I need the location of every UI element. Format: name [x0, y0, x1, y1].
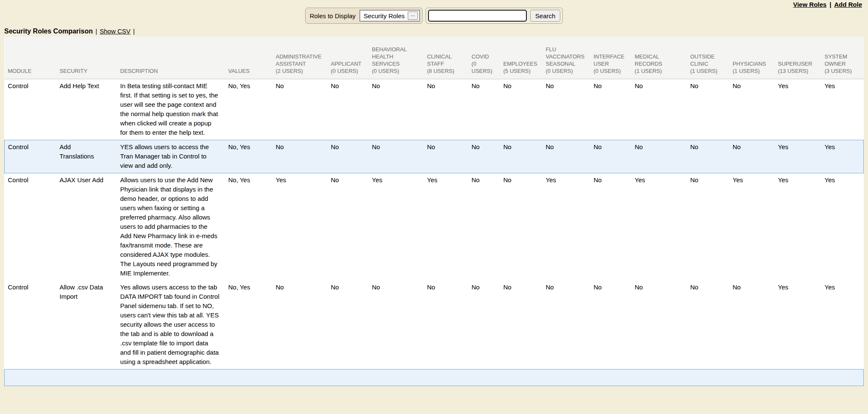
ellipsis-button[interactable]: ... [408, 11, 418, 20]
search-input[interactable] [428, 10, 527, 22]
cell-administrative_assistant: No [273, 79, 328, 140]
table-row: ControlAJAX User AddAllows users to use … [5, 173, 864, 281]
cell-interface_user: No [590, 140, 632, 173]
cell-employees: No [500, 173, 542, 281]
cell-applicant: No [328, 281, 369, 369]
cell-security: Allow .csv Data Import [56, 281, 117, 369]
column-header-values: VALUES [225, 36, 273, 79]
cell-interface_user: No [590, 79, 632, 140]
cell-outside_clinic: No [687, 140, 729, 173]
cell-module: Control [5, 140, 56, 173]
cell-values: No, Yes [225, 281, 273, 369]
cell-medical_records: Yes [632, 173, 687, 281]
search-group: Search [426, 8, 563, 24]
column-header-superuser: SUPERUSER (13 USERS) [775, 36, 821, 79]
cell-flu_vaccinators_seasonal: No [542, 281, 590, 369]
cell-applicant: No [328, 140, 369, 173]
cell-system_owner: Yes [821, 281, 864, 369]
cell-administrative_assistant: No [273, 140, 328, 173]
column-header-module: MODULE [5, 36, 56, 79]
cell-flu_vaccinators_seasonal: Yes [542, 173, 590, 281]
cell-employees: No [500, 79, 542, 140]
table-row: ControlAdd TranslationsYES allows users … [5, 140, 864, 173]
table-row: ControlAdd Help TextIn Beta testing stil… [5, 79, 864, 140]
cell-behavioral_health_services: No [369, 79, 424, 140]
cell-physicians: Yes [729, 173, 775, 281]
cell-applicant: No [328, 173, 369, 281]
column-header-employees: EMPLOYEES (5 USERS) [500, 36, 542, 79]
table-body: ControlAdd Help TextIn Beta testing stil… [5, 79, 864, 369]
cell-administrative_assistant: No [273, 281, 328, 369]
cell-superuser: Yes [775, 281, 821, 369]
column-header-covid: COVID (0 USERS) [468, 36, 500, 79]
cell-values: No, Yes [225, 173, 273, 281]
cell-outside_clinic: No [687, 281, 729, 369]
roles-select[interactable]: Security Roles ... [359, 10, 420, 22]
cell-description: Allows users to use the Add New Physicia… [117, 173, 225, 281]
cell-covid: No [468, 173, 500, 281]
column-header-administrative_assistant: ADMINISTRATIVE ASSISTANT (2 USERS) [273, 36, 328, 79]
cell-medical_records: No [632, 79, 687, 140]
cell-security: AJAX User Add [56, 173, 117, 281]
column-header-description: DESCRIPTION [117, 36, 225, 79]
page-title: Security Roles Comparison [4, 28, 93, 35]
cell-superuser: Yes [775, 173, 821, 281]
table-row: ControlAllow .csv Data ImportYes allows … [5, 281, 864, 369]
cell-behavioral_health_services: No [369, 281, 424, 369]
add-role-link[interactable]: Add Role [834, 1, 862, 8]
column-header-applicant: APPLICANT (0 USERS) [328, 36, 369, 79]
cell-flu_vaccinators_seasonal: No [542, 79, 590, 140]
header-links: View Roles | Add Role [793, 1, 862, 8]
cell-system_owner: Yes [821, 140, 864, 173]
cell-covid: No [468, 140, 500, 173]
cell-administrative_assistant: Yes [273, 173, 328, 281]
cell-description: Yes allows users access to the tab DATA … [117, 281, 225, 369]
cell-superuser: Yes [775, 140, 821, 173]
cell-security: Add Translations [56, 140, 117, 173]
cell-security: Add Help Text [56, 79, 117, 140]
cell-physicians: No [729, 140, 775, 173]
cell-employees: No [500, 140, 542, 173]
cell-description: YES allows users to access the Tran Mana… [117, 140, 225, 173]
cell-employees: No [500, 281, 542, 369]
cell-module: Control [5, 79, 56, 140]
column-header-outside_clinic: OUTSIDE CLINIC (1 USERS) [687, 36, 729, 79]
column-header-clinical_staff: CLINICAL STAFF (8 USERS) [424, 36, 468, 79]
cell-physicians: No [729, 79, 775, 140]
table-header-row: MODULESECURITYDESCRIPTIONVALUESADMINISTR… [5, 36, 864, 79]
cell-physicians: No [729, 281, 775, 369]
show-csv-link[interactable]: Show CSV [100, 28, 131, 35]
cell-interface_user: No [590, 281, 632, 369]
column-header-medical_records: MEDICAL RECORDS (1 USERS) [632, 36, 687, 79]
column-header-security: SECURITY [56, 36, 117, 79]
column-header-interface_user: INTERFACE USER (0 USERS) [590, 36, 632, 79]
cell-medical_records: No [632, 281, 687, 369]
cell-outside_clinic: No [687, 173, 729, 281]
cell-clinical_staff: No [424, 281, 468, 369]
cell-system_owner: Yes [821, 79, 864, 140]
roles-to-display-group: Roles to Display Security Roles ... [305, 8, 423, 24]
cell-values: No, Yes [225, 140, 273, 173]
cell-values: No, Yes [225, 79, 273, 140]
cell-covid: No [468, 281, 500, 369]
column-header-flu_vaccinators_seasonal: FLU VACCINATORS SEASONAL (0 USERS) [542, 36, 590, 79]
cell-system_owner: Yes [821, 173, 864, 281]
partial-next-row [4, 369, 864, 386]
roles-to-display-label: Roles to Display [308, 12, 359, 19]
cell-description: In Beta testing still-contact MIE first.… [117, 79, 225, 140]
search-button[interactable]: Search [530, 10, 561, 22]
cell-behavioral_health_services: No [369, 140, 424, 173]
cell-module: Control [5, 281, 56, 369]
view-roles-link[interactable]: View Roles [793, 1, 826, 8]
column-header-behavioral_health_services: BEHAVIORAL HEALTH SERVICES (0 USERS) [369, 36, 424, 79]
column-header-physicians: PHYSICIANS (1 USERS) [729, 36, 775, 79]
links-separator: | [828, 1, 832, 8]
comparison-table: MODULESECURITYDESCRIPTIONVALUESADMINISTR… [4, 36, 864, 369]
heading-separator-trailing: | [132, 28, 136, 35]
cell-applicant: No [328, 79, 369, 140]
cell-covid: No [468, 79, 500, 140]
controls-bar: Roles to Display Security Roles ... Sear… [0, 0, 868, 24]
cell-medical_records: No [632, 140, 687, 173]
cell-clinical_staff: No [424, 79, 468, 140]
cell-clinical_staff: Yes [424, 173, 468, 281]
